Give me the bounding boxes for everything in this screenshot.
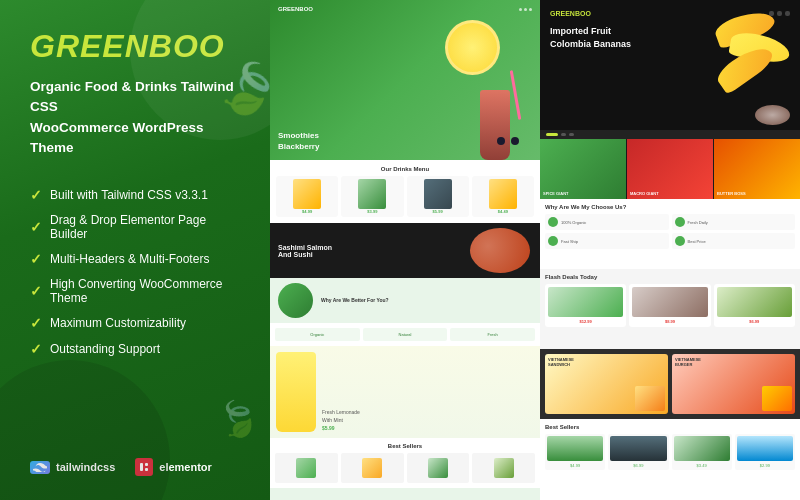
sandwich-label-1: VIETNAMESESANDWICH — [548, 357, 574, 367]
bs-img-3 — [428, 458, 448, 478]
bs-img-1 — [296, 458, 316, 478]
flash-img-2 — [632, 287, 707, 317]
bs-card-4 — [472, 453, 535, 483]
center-drinks: Fresh LemonadeWith Mint $5.99 — [270, 346, 540, 438]
leaf-decoration: 🍃 — [210, 51, 270, 127]
berries-decoration — [496, 132, 520, 150]
right-bs-card-3: $3.49 — [672, 434, 732, 470]
product-img-2 — [358, 179, 386, 209]
right-bestsellers: Best Sellers $4.99 $6.99 $3.49 — [540, 419, 800, 500]
bs-card-3 — [407, 453, 470, 483]
flash-cards: $12.99 $8.99 $6.99 — [545, 284, 795, 327]
berry-1 — [497, 137, 505, 145]
right-bs-price-2: $6.99 — [610, 463, 666, 468]
product-price-4: $4.49 — [475, 209, 531, 214]
banana-cluster — [715, 15, 795, 115]
grid-label-3: BUTTER BOSS — [717, 191, 746, 196]
check-icon-4: ✓ — [30, 283, 42, 299]
farmer-img — [278, 283, 313, 318]
elementor-logo: elementor — [135, 458, 212, 476]
berry-2 — [511, 137, 519, 145]
brand-name: GREENBOO — [30, 28, 240, 65]
flash-img-1 — [548, 287, 623, 317]
check-icon-2: ✓ — [30, 219, 42, 235]
drink-straw — [510, 70, 522, 120]
center-bestsellers: Best Sellers — [270, 438, 540, 488]
sandwich-card-1: VIETNAMESESANDWICH — [545, 354, 668, 414]
center-food: Sashimi SalmonAnd Sushi — [270, 223, 540, 278]
why-icon-3 — [548, 236, 558, 246]
center-panel: GREENBOO Smoothies Blackberry — [270, 0, 540, 500]
leaf-decoration-2: 🍃 — [211, 394, 264, 445]
product-price-2: $3.99 — [344, 209, 400, 214]
grid-label-2: MACRO GIANT — [630, 191, 659, 196]
flash-card-3: $6.99 — [714, 284, 795, 327]
right-grid: SPICE GIANT MACRO GIANT BUTTER BOSS — [540, 139, 800, 199]
tailwindcss-icon — [30, 461, 50, 474]
why-item-1: 100% Organic — [545, 214, 669, 230]
coconut-bowl — [755, 105, 790, 125]
center-mockup: GREENBOO Smoothies Blackberry — [270, 0, 540, 500]
right-bs-card-2: $6.99 — [608, 434, 668, 470]
svg-rect-0 — [140, 463, 143, 471]
right-mockup: GREENBOO Imported Fruit Colombia Bananas — [540, 0, 800, 500]
product-price-1: $4.99 — [279, 209, 335, 214]
bs-img-2 — [362, 458, 382, 478]
flash-price-3: $6.99 — [717, 319, 792, 324]
center-nav-dots — [519, 8, 532, 11]
center-products: Our Drinks Menu $4.99 $3.99 $5.99 — [270, 160, 540, 223]
product-img-4 — [489, 179, 517, 209]
feature-item-6: ✓ Outstanding Support — [30, 336, 240, 362]
features-list: ✓ Built with Tailwind CSS v3.3.1 ✓ Drag … — [30, 182, 240, 362]
product-price-3: $5.99 — [410, 209, 466, 214]
svg-rect-2 — [145, 468, 148, 471]
feature-item-2: ✓ Drag & Drop Elementor Page Builder — [30, 208, 240, 246]
right-bs-price-4: $2.99 — [737, 463, 793, 468]
why-icon-1 — [548, 217, 558, 227]
flash-price-1: $12.99 — [548, 319, 623, 324]
center-features: Organic Natural Fresh — [270, 323, 540, 346]
tall-drink-img — [276, 352, 316, 432]
why-items: 100% Organic Fresh Daily Fast Ship Best … — [545, 214, 795, 249]
feature-natural: Natural — [363, 328, 448, 341]
grid-cell-3: BUTTER BOSS — [714, 139, 800, 199]
why-item-3: Fast Ship — [545, 233, 669, 249]
slider-dot-active — [546, 133, 558, 136]
products-title: Our Drinks Menu — [276, 166, 534, 172]
product-card-1: $4.99 — [276, 176, 338, 217]
right-flash: Flash Deals Today $12.99 $8.99 $6.99 — [540, 269, 800, 349]
right-bs-price-1: $4.99 — [547, 463, 603, 468]
right-sandwich: VIETNAMESESANDWICH VIETNAMESEBURGER — [540, 349, 800, 419]
product-img-1 — [293, 179, 321, 209]
nav-dot-3 — [529, 8, 532, 11]
grid-label-1: SPICE GIANT — [543, 191, 569, 196]
flash-card-2: $8.99 — [629, 284, 710, 327]
bs-img-4 — [494, 458, 514, 478]
right-hero: GREENBOO Imported Fruit Colombia Bananas — [540, 0, 800, 130]
right-bs-card-1: $4.99 — [545, 434, 605, 470]
right-bs-grid: $4.99 $6.99 $3.49 $2.99 — [545, 434, 795, 470]
hero-drink — [475, 60, 525, 160]
slider-dot-2 — [569, 133, 574, 136]
right-bs-img-2 — [610, 436, 666, 461]
why-icon-4 — [675, 236, 685, 246]
check-icon-1: ✓ — [30, 187, 42, 203]
bs-title: Best Sellers — [275, 443, 535, 449]
center-logo: GREENBOO — [278, 6, 313, 12]
right-why: Why Are We My Choose Us? 100% Organic Fr… — [540, 199, 800, 269]
right-logo: GREENBOO — [550, 10, 591, 17]
main-container: 🍃 🍃 GREENBOO Organic Food & Drinks Tailw… — [0, 0, 800, 500]
left-panel: 🍃 🍃 GREENBOO Organic Food & Drinks Tailw… — [0, 0, 270, 500]
svg-rect-1 — [145, 463, 148, 466]
nav-dot-1 — [519, 8, 522, 11]
bs-card-1 — [275, 453, 338, 483]
product-card-2: $3.99 — [341, 176, 403, 217]
drink-desc: Fresh LemonadeWith Mint $5.99 — [322, 408, 360, 432]
flash-img-3 — [717, 287, 792, 317]
brand-tagline: Organic Food & Drinks Tailwind CSS WooCo… — [30, 77, 240, 158]
nav-dot-2 — [524, 8, 527, 11]
feature-item-1: ✓ Built with Tailwind CSS v3.3.1 — [30, 182, 240, 208]
bs-grid — [275, 453, 535, 483]
grid-cell-2: MACRO GIANT — [627, 139, 713, 199]
why-item-4: Best Price — [672, 233, 796, 249]
